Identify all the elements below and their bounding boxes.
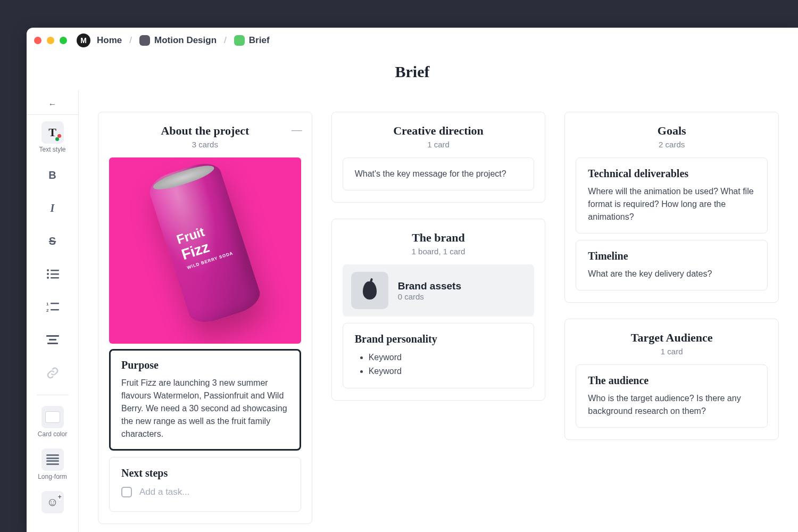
- card-key-message-body: What's the key message for the project?: [355, 168, 522, 180]
- group-audience-count: 1 card: [570, 347, 773, 356]
- text-style-icon: T: [48, 126, 56, 139]
- toolbar-back-button[interactable]: ←: [27, 94, 78, 115]
- task-input-placeholder[interactable]: Add a task...: [139, 487, 190, 497]
- card-brand-personality-title: Brand personality: [355, 333, 522, 345]
- numbered-list-button[interactable]: 12: [37, 292, 69, 322]
- breadcrumb-home[interactable]: Home: [97, 35, 122, 46]
- card-timeline-body: What are the key delivery dates?: [588, 268, 755, 280]
- card-tech-title: Technical deliverables: [588, 168, 755, 180]
- long-form-label: Long-form: [38, 473, 67, 480]
- text-style-label: Text style: [39, 146, 65, 153]
- link-button[interactable]: [37, 358, 69, 388]
- card-next-steps[interactable]: Next steps Add a task...: [109, 457, 301, 512]
- bold-icon: B: [41, 164, 64, 186]
- breadcrumb-project[interactable]: Motion Design: [139, 35, 217, 46]
- card-purpose[interactable]: Purpose Fruit Fizz are launching 3 new s…: [109, 349, 301, 451]
- card-timeline[interactable]: Timeline What are the key delivery dates…: [576, 240, 768, 290]
- italic-icon: I: [41, 197, 64, 219]
- group-audience-title: Target Audience: [570, 331, 773, 345]
- column-about: About the project 3 cards — FruitFizz WI…: [98, 112, 312, 511]
- app-logo-icon: M: [77, 34, 90, 47]
- svg-point-0: [47, 269, 49, 271]
- breadcrumb-page[interactable]: Brief: [234, 35, 270, 46]
- svg-text:1: 1: [46, 302, 49, 306]
- collapse-group-button[interactable]: —: [292, 124, 302, 136]
- task-checkbox[interactable]: [121, 487, 132, 497]
- breadcrumb-home-label: Home: [97, 35, 122, 46]
- align-center-icon: [41, 329, 64, 351]
- close-window-button[interactable]: [34, 37, 41, 44]
- emoji-button[interactable]: ☺: [37, 487, 69, 518]
- link-icon: [41, 362, 64, 384]
- svg-rect-3: [51, 273, 59, 275]
- column-right: Goals 2 cards Technical deliverables Whe…: [564, 112, 779, 511]
- svg-point-4: [47, 277, 49, 279]
- card-audience-title: The audience: [588, 375, 755, 387]
- breadcrumb-separator: /: [129, 35, 132, 46]
- bold-button[interactable]: B: [37, 160, 69, 190]
- breadcrumb-separator: /: [224, 35, 227, 46]
- svg-rect-1: [51, 270, 59, 271]
- breadcrumb-page-swatch: [234, 35, 245, 46]
- board-canvas[interactable]: About the project 3 cards — FruitFizz WI…: [79, 90, 798, 532]
- card-color-button[interactable]: Card color: [37, 402, 69, 442]
- list-item[interactable]: Keyword: [369, 351, 522, 364]
- group-about-title: About the project: [104, 124, 306, 138]
- group-brand-count: 1 board, 1 card: [337, 247, 540, 256]
- app-window: M Home / Motion Design / Brief Brief ← T…: [27, 28, 798, 532]
- card-purpose-title: Purpose: [121, 359, 289, 371]
- group-goals[interactable]: Goals 2 cards Technical deliverables Whe…: [564, 112, 779, 303]
- card-audience[interactable]: The audience Who is the target audience?…: [576, 364, 768, 428]
- card-color-label: Card color: [38, 430, 67, 438]
- card-technical-deliverables[interactable]: Technical deliverables Where will the an…: [576, 157, 768, 234]
- card-brand-personality[interactable]: Brand personality Keyword Keyword: [343, 323, 535, 388]
- pear-icon: [363, 281, 377, 300]
- card-tech-body: Where will the animation be used? What f…: [588, 185, 755, 223]
- italic-button[interactable]: I: [37, 193, 69, 223]
- long-form-icon: [46, 454, 59, 465]
- list-item[interactable]: Keyword: [369, 364, 522, 378]
- strikethrough-icon: S: [41, 230, 64, 252]
- group-creative-count: 1 card: [337, 140, 540, 149]
- svg-rect-12: [47, 343, 58, 344]
- product-can: FruitFizz WILD BERRY SODA: [146, 158, 264, 328]
- group-about-count: 3 cards: [104, 140, 306, 149]
- svg-rect-5: [51, 277, 59, 279]
- card-color-swatch-icon: [45, 411, 60, 423]
- svg-point-2: [47, 273, 49, 275]
- card-key-message[interactable]: What's the key message for the project?: [343, 157, 535, 190]
- column-middle: Creative direction 1 card What's the key…: [331, 112, 546, 511]
- titlebar: M Home / Motion Design / Brief: [27, 28, 798, 53]
- page-title: Brief: [27, 53, 798, 90]
- group-creative-direction[interactable]: Creative direction 1 card What's the key…: [331, 112, 546, 203]
- format-toolbar: ← T Text style B I S 12: [27, 90, 79, 532]
- brand-personality-list: Keyword Keyword: [355, 351, 522, 378]
- arrow-left-icon: ←: [48, 99, 57, 109]
- group-target-audience[interactable]: Target Audience 1 card The audience Who …: [564, 319, 779, 440]
- board-thumb: [351, 272, 388, 309]
- strikethrough-button[interactable]: S: [37, 226, 69, 256]
- align-center-button[interactable]: [37, 325, 69, 355]
- numbered-list-icon: 12: [41, 296, 64, 318]
- breadcrumb-project-swatch: [139, 35, 150, 46]
- group-brand[interactable]: The brand 1 board, 1 card Brand assets 0…: [331, 219, 546, 401]
- bulleted-list-button[interactable]: [37, 259, 69, 289]
- card-audience-body: Who is the target audience? Is there any…: [588, 392, 755, 418]
- svg-text:2: 2: [46, 308, 49, 312]
- group-about[interactable]: About the project 3 cards — FruitFizz WI…: [98, 112, 312, 524]
- card-purpose-body[interactable]: Fruit Fizz are launching 3 new summer fl…: [121, 377, 289, 440]
- board-brand-assets[interactable]: Brand assets 0 cards: [343, 264, 535, 317]
- breadcrumb-project-label: Motion Design: [154, 35, 217, 46]
- minimize-window-button[interactable]: [47, 37, 54, 44]
- maximize-window-button[interactable]: [60, 37, 67, 44]
- long-form-button[interactable]: Long-form: [37, 444, 69, 485]
- board-brand-assets-title: Brand assets: [398, 280, 461, 292]
- hero-image-card[interactable]: FruitFizz WILD BERRY SODA: [109, 157, 301, 344]
- emoji-add-icon: ☺: [46, 495, 58, 509]
- group-brand-title: The brand: [337, 231, 540, 245]
- text-style-button[interactable]: T Text style: [37, 117, 69, 157]
- group-goals-title: Goals: [570, 124, 773, 138]
- svg-rect-11: [49, 339, 56, 340]
- body-area: ← T Text style B I S 12: [27, 90, 798, 532]
- svg-rect-10: [46, 335, 59, 337]
